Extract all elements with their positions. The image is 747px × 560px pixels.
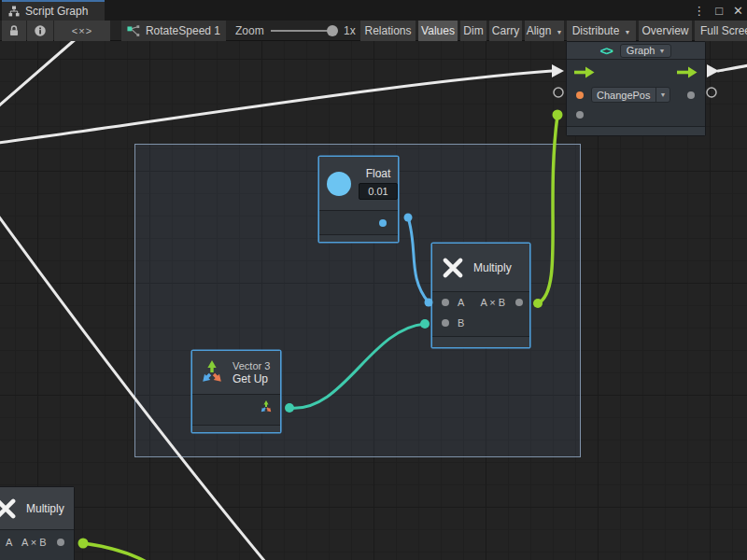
info-icon: [34, 24, 47, 37]
dim-label: Dim: [463, 24, 483, 37]
graph-dropdown-button[interactable]: Graph ▼: [620, 44, 672, 58]
vector3-icon: [199, 359, 225, 385]
float-node[interactable]: Float 0.01: [318, 156, 399, 243]
multiply-row-b: B: [432, 313, 529, 333]
float-node-title: Float: [366, 167, 391, 180]
flow-input-arrow-icon[interactable]: [574, 66, 595, 78]
corner-multiply-row-a: A A × B: [0, 530, 74, 554]
graph-changepos-row: ChangePos ▼: [567, 84, 705, 105]
distribute-label: Distribute: [572, 24, 620, 37]
align-label: Align: [527, 24, 552, 37]
multiply-node-header: Multiply: [432, 244, 529, 292]
multiply-output-label: A × B: [480, 297, 505, 308]
graph-node-header: <> Graph ▼: [567, 42, 705, 60]
multiply-input-port-a[interactable]: [442, 299, 449, 306]
caret-down-icon: ▼: [624, 29, 630, 35]
vector3-category-label: Vector 3: [233, 360, 270, 371]
object-input-port[interactable]: [576, 91, 584, 99]
code-view-button[interactable]: <×>: [54, 21, 110, 41]
graph-subgraph-node[interactable]: <> Graph ▼ ChangePos ▼: [566, 41, 706, 136]
distribute-button[interactable]: Distribute ▼: [567, 21, 636, 41]
flow-output-arrow-icon[interactable]: [677, 66, 698, 78]
title-bar: Script Graph ⋮ □ ✕: [0, 0, 747, 21]
maximize-icon[interactable]: □: [715, 4, 723, 18]
graph-reference-icon: [127, 24, 140, 38]
multiply-input-port-b[interactable]: [442, 319, 449, 327]
vector3-get-up-node[interactable]: Vector 3 Get Up: [191, 350, 281, 433]
overview-button[interactable]: Overview: [639, 21, 692, 41]
close-icon[interactable]: ✕: [733, 4, 743, 18]
graph-toolbar: <×> RotateSpeed 1 Zoom 1x Relations Valu…: [0, 21, 747, 41]
multiply-input-a-label: A: [458, 297, 464, 308]
multiply-node-footer: [432, 336, 529, 347]
values-label: Values: [421, 24, 455, 37]
lock-button[interactable]: [2, 21, 26, 41]
changepos-dropdown[interactable]: ChangePos ▼: [591, 87, 670, 103]
overflow-menu-icon[interactable]: ⋮: [693, 4, 705, 18]
graph-flow-row: [567, 60, 705, 84]
carry-button[interactable]: Carry: [489, 21, 522, 41]
graph-node-footer: [567, 126, 705, 135]
corner-multiply-input-a-label: A: [6, 537, 12, 548]
float-icon: [327, 172, 351, 196]
align-button[interactable]: Align ▼: [525, 21, 564, 41]
vector3-node-footer: [192, 425, 280, 432]
zoom-slider-track[interactable]: [271, 30, 329, 32]
overview-label: Overview: [641, 24, 688, 37]
relations-label: Relations: [364, 24, 411, 37]
vector3-output-port-icon[interactable]: [260, 400, 273, 413]
carry-label: Carry: [492, 24, 519, 37]
lock-icon: [7, 24, 21, 37]
multiply-icon: [0, 497, 18, 521]
float-port-row: [319, 211, 398, 235]
multiply-row-a: A A × B: [432, 292, 529, 313]
relations-button[interactable]: Relations: [360, 21, 416, 41]
full-screen-button[interactable]: Full Screen: [695, 21, 747, 41]
float-value-input[interactable]: 0.01: [359, 183, 398, 200]
vector3-port-row: [192, 395, 280, 420]
code-view-icon: <×>: [72, 25, 92, 36]
tab-title: Script Graph: [25, 5, 88, 18]
script-graph-icon: [8, 6, 20, 17]
graph-reference-label: RotateSpeed 1: [146, 24, 220, 37]
float-output-port[interactable]: [379, 219, 387, 227]
multiply-node[interactable]: Multiply A A × B B: [431, 243, 530, 348]
graph-input-port-2[interactable]: [576, 111, 584, 119]
zoom-slider-handle[interactable]: [327, 25, 338, 36]
zoom-label: Zoom: [235, 21, 264, 41]
float-node-footer: [319, 234, 398, 242]
caret-down-icon: ▼: [655, 88, 670, 102]
tab-script-graph[interactable]: Script Graph: [2, 0, 105, 21]
corner-multiply-header: Multiply: [0, 487, 74, 530]
caret-down-icon: ▼: [655, 45, 669, 57]
float-node-header: Float 0.01: [319, 157, 398, 211]
caret-down-icon: ▼: [556, 29, 562, 35]
multiply-output-port[interactable]: [515, 299, 523, 306]
changepos-dropdown-value: ChangePos: [592, 90, 655, 101]
multiply-input-b-label: B: [458, 317, 464, 329]
zoom-value: 1x: [344, 21, 356, 41]
dim-button[interactable]: Dim: [460, 21, 486, 41]
multiply-icon: [441, 256, 465, 280]
corner-multiply-title: Multiply: [26, 502, 64, 515]
vector3-node-title: Get Up: [233, 372, 270, 385]
info-button[interactable]: [27, 21, 53, 41]
values-button[interactable]: Values: [418, 21, 458, 41]
corner-multiply-output-label: A × B: [21, 537, 47, 548]
corner-multiply-output-port[interactable]: [57, 539, 64, 546]
vector3-node-header: Vector 3 Get Up: [192, 351, 280, 395]
graph-reference-button[interactable]: RotateSpeed 1: [121, 21, 226, 41]
code-brackets-icon: <>: [600, 44, 613, 58]
full-screen-label: Full Screen: [700, 24, 747, 37]
graph-output-port[interactable]: [687, 91, 695, 99]
corner-multiply-node[interactable]: Multiply A A × B: [0, 486, 75, 560]
multiply-node-title: Multiply: [473, 261, 512, 274]
graph-dropdown-label: Graph: [627, 45, 655, 56]
graph-extra-port-row: [567, 105, 705, 124]
